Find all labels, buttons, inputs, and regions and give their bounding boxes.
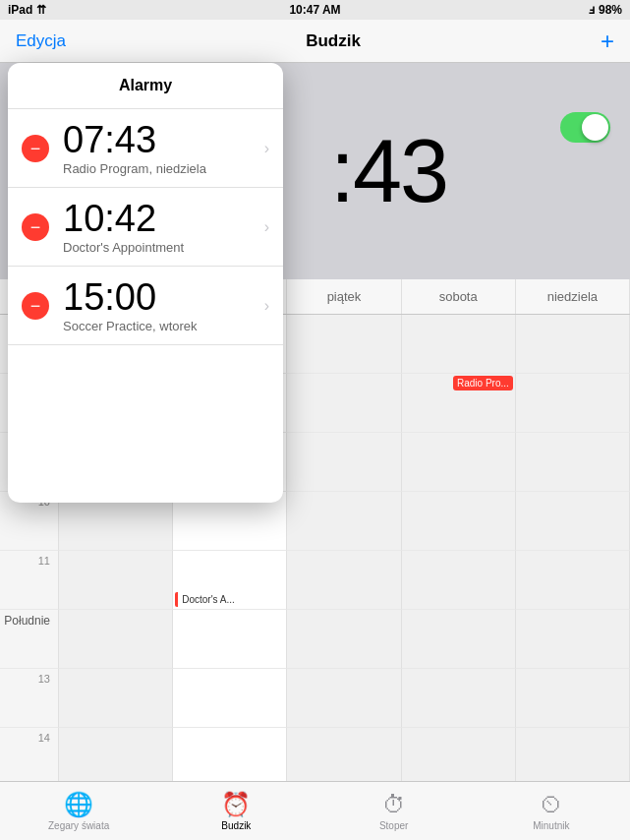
carrier-label: iPad [8,3,32,17]
cell-11-oda [59,551,173,610]
alarm-2-desc: Doctor's Appointment [63,240,251,255]
cell-13-oda [59,669,173,728]
tab-world-clock-label: Zegary świata [48,820,109,831]
status-left: iPad ⇈ [8,3,46,17]
tab-world-clock[interactable]: 🌐 Zegary świata [0,791,157,831]
cell-08-niedziela [516,374,630,433]
delete-alarm-2-button[interactable]: − [22,213,49,241]
cell-09-sobota [402,433,516,492]
add-alarm-button[interactable]: + [601,28,614,55]
cell-noon-oda [59,610,173,669]
tab-timer-label: Minutnik [533,820,569,831]
cell-14-czwartek [173,728,287,781]
cal-day-piatek: piątek [287,279,401,314]
cell-09-piatek [287,433,401,492]
alarm-3-chevron-icon: › [251,297,283,315]
cell-14-sobota [402,728,516,781]
cell-10-niedziela [516,492,630,551]
alarm-toggle-container [560,112,610,143]
alarm-2-chevron-icon: › [251,218,283,236]
tab-stopwatch-label: Stoper [379,820,408,831]
alarm-icon: ⏰ [221,791,251,818]
cal-day-sobota: sobota [402,279,516,314]
edit-button[interactable]: Edycja [16,31,66,51]
alarm-2-info: 10:42 Doctor's Appointment [63,199,251,255]
cell-noon-niedziela [516,610,630,669]
time-11: 11 [0,551,59,610]
cell-08-sobota: Radio Pro... [402,374,516,433]
cell-noon-czwartek [173,610,287,669]
tab-timer[interactable]: ⏲ Minutnik [473,791,630,831]
clock-time-text: :43 [330,122,447,220]
alarm-toggle[interactable] [560,112,610,143]
cell-14-piatek [287,728,401,781]
cell-08-piatek [287,374,401,433]
delete-alarm-3-button[interactable]: − [22,292,49,320]
cell-07-niedziela [516,315,630,374]
cell-13-sobota [402,669,516,728]
time-14: 14 [0,728,59,781]
cell-07-piatek [287,315,401,374]
cell-14-oda [59,728,173,781]
cell-13-niedziela [516,669,630,728]
cell-11-sobota [402,551,516,610]
cell-11-piatek [287,551,401,610]
alarm-item-1[interactable]: − 07:43 Radio Program, niedziela › [8,109,283,188]
alarm-panel-empty-area [8,345,283,503]
alarm-1-time: 07:43 [63,120,251,161]
alarm-1-desc: Radio Program, niedziela [63,161,251,176]
alarm-2-time: 10:42 [63,199,251,240]
cal-day-niedziela: niedziela [516,279,630,314]
event-radio: Radio Pro... [453,376,513,390]
time-13: 13 [0,669,59,728]
delete-alarm-1-button[interactable]: − [22,135,49,162]
time-noon: Południe [0,610,59,669]
cell-10-piatek [287,492,401,551]
alarm-3-time: 15:00 [63,277,251,319]
event-doctor: Doctor's A... [175,592,239,607]
alarm-panel-title: Alarmy [8,63,283,109]
alarm-item-2[interactable]: − 10:42 Doctor's Appointment › [8,188,283,267]
tab-stopwatch[interactable]: ⏱ Stoper [315,791,473,831]
alarm-panel: Alarmy − 07:43 Radio Program, niedziela … [8,63,283,503]
timer-icon: ⏲ [540,791,563,818]
clock-time: :43 [330,121,447,222]
world-clock-icon: 🌐 [64,791,93,818]
nav-title: Budzik [306,31,361,51]
cell-07-sobota [402,315,516,374]
alarm-3-info: 15:00 Soccer Practice, wtorek [63,277,251,333]
wifi-icon: ⇈ [36,3,46,17]
toggle-knob [582,114,608,141]
cell-noon-piatek [287,610,401,669]
alarm-1-info: 07:43 Radio Program, niedziela [63,120,251,176]
status-time: 10:47 AM [289,3,340,17]
cell-noon-sobota [402,610,516,669]
cell-11-niedziela [516,551,630,610]
cell-09-niedziela [516,433,630,492]
status-right: ⅎ 98% [589,3,622,17]
cell-14-niedziela [516,728,630,781]
nav-bar: Edycja Budzik + [0,20,630,63]
alarm-3-desc: Soccer Practice, wtorek [63,319,251,333]
tab-alarm[interactable]: ⏰ Budzik [157,791,315,831]
cell-13-czwartek [173,669,287,728]
cell-13-piatek [287,669,401,728]
bluetooth-icon: ⅎ [589,3,595,17]
cell-10-sobota [402,492,516,551]
tab-bar: 🌐 Zegary świata ⏰ Budzik ⏱ Stoper ⏲ Minu… [0,781,630,840]
alarm-item-3[interactable]: − 15:00 Soccer Practice, wtorek › [8,267,283,345]
stopwatch-icon: ⏱ [382,791,406,818]
status-bar: iPad ⇈ 10:47 AM ⅎ 98% [0,0,630,20]
battery-label: 98% [599,3,622,17]
tab-alarm-label: Budzik [221,820,251,831]
cell-11-czwartek: Doctor's A... [173,551,287,610]
alarm-1-chevron-icon: › [251,140,283,157]
